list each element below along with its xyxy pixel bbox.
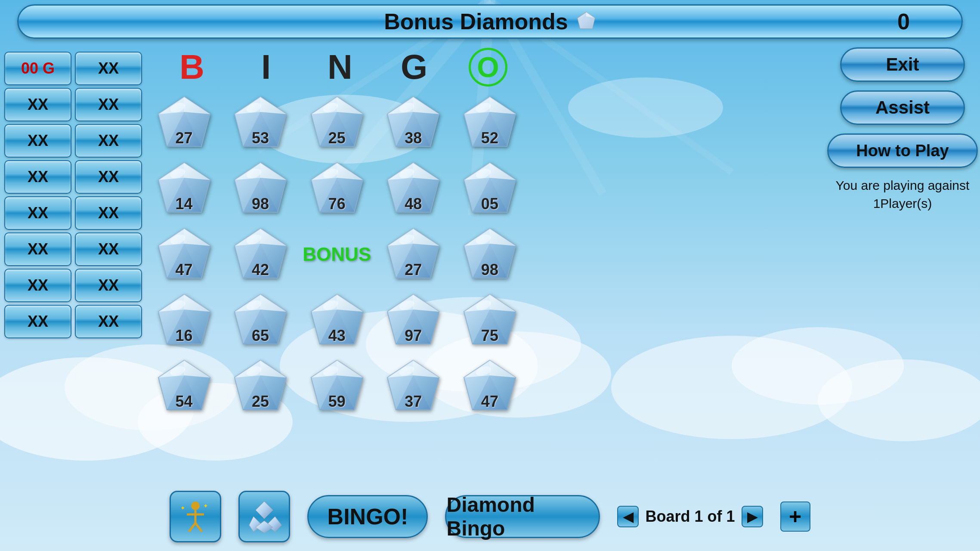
bingo-cell-5[interactable]: 14 xyxy=(151,157,217,220)
diamond-20: 54 xyxy=(154,358,214,414)
next-board-button[interactable]: ▶ xyxy=(742,506,763,527)
cell-number-3: 38 xyxy=(405,129,422,147)
diamond-5: 14 xyxy=(154,161,214,217)
bingo-header: B I N G O xyxy=(146,47,534,87)
bingo-letter-O: O xyxy=(469,48,507,87)
cell-number-6: 98 xyxy=(252,195,269,213)
cell-number-17: 43 xyxy=(328,327,346,345)
bingo-cell-1[interactable]: 53 xyxy=(227,91,294,154)
card-slot-6-2[interactable]: XX xyxy=(75,269,142,302)
bingo-cell-22[interactable]: 59 xyxy=(303,355,370,417)
svg-marker-48 xyxy=(490,97,516,114)
card-slot-7-1[interactable]: XX xyxy=(4,305,71,338)
cell-number-5: 14 xyxy=(175,195,192,213)
bingo-cell-24[interactable]: 47 xyxy=(456,355,523,417)
svg-marker-20 xyxy=(184,97,210,114)
board-navigation: ◀ Board 1 of 1 ▶ xyxy=(617,506,763,527)
bingo-cell-6[interactable]: 98 xyxy=(227,157,294,220)
top-bar: Bonus Diamonds 0 xyxy=(17,4,963,39)
bonus-count: 0 xyxy=(897,9,910,34)
card-slot-5-1[interactable]: XX xyxy=(4,232,71,266)
svg-marker-104 xyxy=(413,229,439,246)
card-slot-2-1[interactable]: XX xyxy=(4,124,71,158)
bingo-cell-0[interactable]: 27 xyxy=(151,91,217,154)
bingo-cell-8[interactable]: 48 xyxy=(380,157,447,220)
bingo-letter-I: I xyxy=(232,47,300,87)
bingo-cell-7[interactable]: 76 xyxy=(303,157,370,220)
card-slot-1-1[interactable]: XX xyxy=(4,88,71,121)
bingo-cell-2[interactable]: 25 xyxy=(303,91,370,154)
bingo-grid: 27 xyxy=(146,91,534,417)
diamond-pattern-button[interactable] xyxy=(238,491,290,542)
bingo-cell-16[interactable]: 65 xyxy=(227,289,294,351)
card-row-1: XX XX xyxy=(4,88,142,121)
card-slot-7-2[interactable]: XX xyxy=(75,305,142,338)
cell-number-4: 52 xyxy=(481,129,498,147)
card-row-5: XX XX xyxy=(4,232,142,266)
svg-marker-62 xyxy=(260,163,286,180)
diamond-bingo-button[interactable]: Diamond Bingo xyxy=(445,495,600,538)
diamond-18: 97 xyxy=(383,292,443,348)
bingo-cell-14[interactable]: 98 xyxy=(456,223,523,285)
card-slot-3-1[interactable]: XX xyxy=(4,160,71,194)
character-icon-button[interactable]: ✦ ✦ xyxy=(170,491,221,542)
bingo-cell-10[interactable]: 47 xyxy=(151,223,217,285)
svg-marker-167 xyxy=(337,360,363,378)
bingo-cell-11[interactable]: 42 xyxy=(227,223,294,285)
diamond-24: 47 xyxy=(460,358,520,414)
exit-button[interactable]: Exit xyxy=(840,47,965,82)
diamond-4: 52 xyxy=(460,95,520,151)
bingo-button[interactable]: BINGO! xyxy=(307,495,428,538)
card-slot-4-1[interactable]: XX xyxy=(4,196,71,230)
bingo-cell-15[interactable]: 16 xyxy=(151,289,217,351)
diamond-16: 65 xyxy=(230,292,291,348)
svg-marker-153 xyxy=(184,360,210,378)
bingo-cell-4[interactable]: 52 xyxy=(456,91,523,154)
svg-marker-139 xyxy=(413,294,439,312)
diamond-23: 37 xyxy=(383,358,443,414)
cell-number-9: 05 xyxy=(481,195,498,213)
svg-marker-27 xyxy=(260,97,286,114)
card-slot-0-1[interactable]: 00 G xyxy=(4,52,71,85)
cell-number-8: 48 xyxy=(405,195,422,213)
diamond-15: 16 xyxy=(154,292,214,348)
how-to-play-button[interactable]: How to Play xyxy=(827,133,978,168)
prev-board-button[interactable]: ◀ xyxy=(617,506,639,527)
diamond-8: 48 xyxy=(383,161,443,217)
bingo-cell-18[interactable]: 97 xyxy=(380,289,447,351)
card-slot-2-2[interactable]: XX xyxy=(75,124,142,158)
bingo-cell-12[interactable]: BONUS xyxy=(303,223,370,285)
svg-marker-194 xyxy=(256,501,273,519)
card-slot-1-2[interactable]: XX xyxy=(75,88,142,121)
right-panel: Exit Assist How to Play You are playing … xyxy=(834,47,971,213)
bingo-cell-23[interactable]: 37 xyxy=(380,355,447,417)
card-slot-0-2[interactable]: XX xyxy=(75,52,142,85)
card-slot-5-2[interactable]: XX xyxy=(75,232,142,266)
bingo-cell-20[interactable]: 54 xyxy=(151,355,217,417)
bingo-cell-21[interactable]: 25 xyxy=(227,355,294,417)
svg-line-191 xyxy=(195,523,202,532)
svg-marker-132 xyxy=(337,294,363,312)
cell-number-0: 27 xyxy=(175,129,192,147)
svg-marker-41 xyxy=(413,97,439,114)
bingo-cell-19[interactable]: 75 xyxy=(456,289,523,351)
card-slot-6-1[interactable]: XX xyxy=(4,269,71,302)
add-board-button[interactable]: + xyxy=(780,501,810,532)
diamond-6: 98 xyxy=(230,161,291,217)
bonus-diamonds-label: Bonus Diamonds xyxy=(384,9,568,34)
card-row-0: 00 G XX xyxy=(4,52,142,85)
cell-number-18: 97 xyxy=(405,327,422,345)
card-slot-3-2[interactable]: XX xyxy=(75,160,142,194)
svg-marker-34 xyxy=(337,97,363,114)
left-panel: 00 G XX XX XX XX XX XX XX XX XX XX XX XX xyxy=(4,52,142,338)
board-label: Board 1 of 1 xyxy=(645,508,735,526)
bingo-cell-9[interactable]: 05 xyxy=(456,157,523,220)
bonus-label: BONUS xyxy=(303,244,371,265)
bingo-cell-3[interactable]: 38 xyxy=(380,91,447,154)
card-slot-4-2[interactable]: XX xyxy=(75,196,142,230)
bingo-cell-13[interactable]: 27 xyxy=(380,223,447,285)
svg-marker-76 xyxy=(413,163,439,180)
diamond-11: 42 xyxy=(230,226,291,282)
assist-button[interactable]: Assist xyxy=(840,90,965,125)
bingo-cell-17[interactable]: 43 xyxy=(303,289,370,351)
